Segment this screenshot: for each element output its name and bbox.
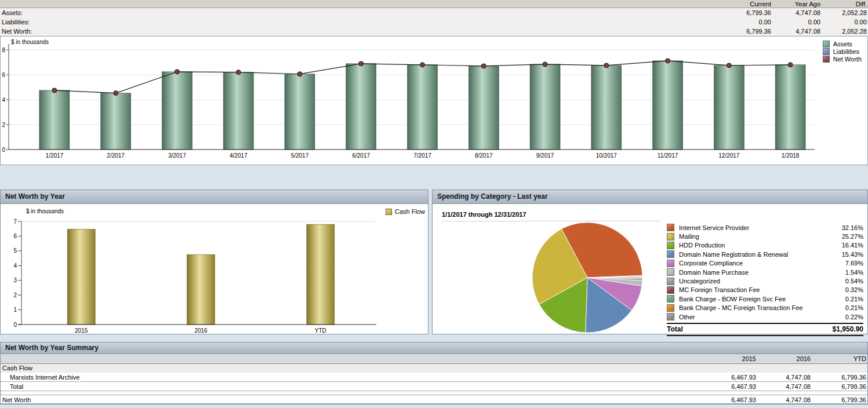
legend-item-assets: Assets (823, 40, 862, 48)
year-summary-rows: Cash FlowMarxists Internet Archive6,467.… (1, 364, 867, 404)
category-row-mailing: Mailing25.27% (667, 232, 863, 241)
year-header-spacer (1, 354, 681, 364)
net-worth-summary-table: Current Year Ago Diff. Assets:6,799.364,… (0, 0, 868, 37)
net-worth-point-5-2017[interactable] (297, 72, 302, 76)
assets-bar-5-2017[interactable] (285, 74, 315, 150)
assets-bar-7-2017[interactable] (408, 65, 438, 150)
x-label-ytd: YTD (315, 327, 326, 334)
assets-bar-9-2017[interactable] (530, 64, 560, 150)
net-worth-point-9-2017[interactable] (543, 62, 547, 67)
spending-by-category-header: Spending by Category - Last year (433, 190, 867, 204)
category-label: MC Foreign Transaction Fee (679, 286, 845, 293)
category-percent: 16.41% (842, 242, 863, 249)
net-worth-point-11-2017[interactable] (666, 59, 670, 63)
net-worth-point-1-2018[interactable] (788, 63, 793, 67)
x-label-4-2017: 4/2017 (230, 152, 248, 159)
net-worth-point-12-2017[interactable] (727, 63, 731, 68)
summary-row-net-worth: Net Worth:6,799.364,747.082,052.28 (0, 27, 868, 36)
summary-value-diff: 2,052.28 (820, 8, 867, 17)
monthly-chart-legend: AssetsLiabilitiesNet Worth (823, 40, 862, 63)
net-worth-point-7-2017[interactable] (420, 63, 425, 67)
category-swatch-corporate-compliance (667, 260, 674, 267)
x-label-1-2017: 1/2017 (46, 152, 64, 159)
cash-flow-bar-ytd[interactable] (307, 224, 335, 325)
summary-value-year-ago: 4,747.08 (771, 27, 820, 36)
net-worth-by-year-summary-header: Net Worth by Year Summary (1, 343, 867, 354)
spending-by-category-panel: Spending by Category - Last year 1/1/201… (432, 190, 868, 334)
net-worth-point-2-2017[interactable] (114, 91, 118, 96)
summary-row-label: Assets: (0, 8, 696, 17)
cash-flow-bar-2016[interactable] (187, 254, 215, 325)
value-ytd: 6,799.36 (811, 373, 866, 382)
legend-label: Liabilities (833, 48, 859, 55)
net-worth-by-year-chart: $ in thousands0123456720152016YTD (1, 204, 383, 335)
net-worth-point-10-2017[interactable] (604, 63, 609, 68)
category-row-hdd-production: HDD Production16.41% (667, 241, 863, 250)
value-2016: 4,747.08 (756, 373, 811, 382)
summary-row-assets: Assets:6,799.364,747.082,052.28 (0, 8, 868, 17)
category-label: Mailing (679, 233, 842, 240)
category-swatch-uncategorized (667, 278, 674, 285)
summary-row-label: Liabilities: (0, 17, 696, 27)
assets-bar-8-2017[interactable] (468, 66, 499, 150)
category-label: Corporate Compliance (679, 260, 845, 267)
net-worth-point-8-2017[interactable] (481, 64, 486, 68)
spending-legend-rows: Internet Service Provider32.16%Mailing25… (667, 223, 863, 321)
category-percent: 0.21% (845, 304, 863, 311)
assets-bar-1-2018[interactable] (775, 65, 805, 150)
assets-bar-3-2017[interactable] (162, 72, 192, 150)
assets-bar-4-2017[interactable] (223, 72, 253, 150)
y-tick-0: 0 (2, 147, 5, 153)
x-label-7-2017: 7/2017 (413, 152, 431, 159)
legend-swatch-cash-flow (386, 209, 392, 215)
year-columns-header: 2015 2016 YTD (1, 354, 867, 364)
value-2016: 4,747.08 (756, 395, 811, 405)
x-label-3-2017: 3/2017 (168, 152, 186, 159)
summary-value-current: 6,799.36 (696, 8, 771, 17)
assets-bar-2-2017[interactable] (101, 93, 131, 150)
summary-value-year-ago: 4,747.08 (771, 8, 820, 17)
value-2016 (756, 364, 811, 373)
x-label-5-2017: 5/2017 (291, 152, 309, 159)
net-worth-point-3-2017[interactable] (175, 70, 179, 74)
net-worth-by-year-summary-panel: Net Worth by Year Summary 2015 2016 YTD … (0, 342, 868, 405)
y-tick-5: 5 (13, 247, 17, 254)
date-range-label: 1/1/2017 through 12/31/2017 (442, 211, 661, 221)
category-row-internet-service-provider: Internet Service Provider32.16% (667, 223, 863, 232)
assets-bar-10-2017[interactable] (591, 65, 622, 150)
category-percent: 0.21% (845, 296, 863, 303)
net-worth-point-6-2017[interactable] (359, 61, 364, 66)
summary-table-header: Current Year Ago Diff. (0, 0, 868, 8)
assets-bar-6-2017[interactable] (346, 64, 376, 150)
x-label-2-2017: 2/2017 (107, 152, 125, 159)
row-label: Total (1, 382, 681, 391)
category-percent: 15.43% (842, 251, 863, 258)
category-label: Uncategorized (679, 278, 845, 285)
category-percent: 1.54% (845, 269, 863, 276)
net-worth-by-year-summary-title: Net Worth by Year Summary (5, 344, 99, 352)
unit-label: $ in thousands (11, 39, 49, 45)
cash-flow-bar-2015[interactable] (67, 229, 95, 325)
y-tick-4: 4 (13, 263, 17, 269)
assets-bar-12-2017[interactable] (714, 65, 744, 150)
x-label-2015: 2015 (75, 327, 88, 334)
value-2015 (681, 364, 756, 373)
x-label-2016: 2016 (194, 327, 208, 334)
row-label: Marxists Internet Archive (1, 373, 681, 382)
assets-bar-11-2017[interactable] (653, 61, 683, 150)
year-summary-row-marxists-internet-archive[interactable]: Marxists Internet Archive6,467.934,747.0… (1, 373, 867, 382)
net-worth-point-1-2017[interactable] (52, 88, 57, 93)
monthly-net-worth-chart: $ in thousands024681/20172/20173/20174/2… (1, 37, 815, 165)
category-row-bank-charge-bow-foreign-svc-fee: Bank Charge - BOW Foreign Svc Fee0.21% (667, 294, 863, 303)
y-tick-2: 2 (13, 292, 17, 298)
y-tick-6: 6 (2, 72, 5, 78)
value-ytd: 6,799.36 (811, 395, 866, 405)
value-2015: 6,467.93 (681, 382, 756, 391)
category-row-mc-foreign-transaction-fee: MC Foreign Transaction Fee0.32% (667, 286, 863, 294)
x-label-1-2018: 1/2018 (782, 152, 800, 159)
net-worth-point-4-2017[interactable] (236, 70, 241, 75)
row-label: Net Worth (1, 395, 681, 405)
category-label: Domain Name Purchase (679, 269, 845, 276)
summary-value-diff: 2,052.28 (820, 27, 867, 36)
assets-bar-1-2017[interactable] (39, 90, 70, 150)
